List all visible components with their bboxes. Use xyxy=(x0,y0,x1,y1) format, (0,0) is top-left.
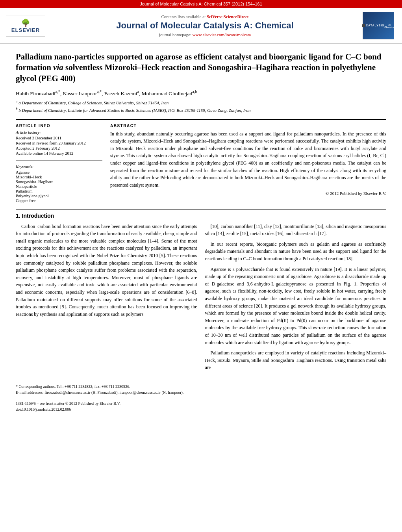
body-two-col: Carbon–carbon bond formation reactions h… xyxy=(16,223,386,374)
abstract-header: ABSTRACT xyxy=(110,124,386,128)
footnote-emails: E-mail addresses: firouzabadi@chem.susc.… xyxy=(16,389,386,395)
intro-left-col: Carbon–carbon bond formation reactions h… xyxy=(16,223,197,374)
intro-right-para-2: In our recent reports, bioorganic polyme… xyxy=(205,241,387,263)
header-center: Contents lists available at SciVerse Sci… xyxy=(49,14,361,37)
footnote-area: * Corresponding authors. Tel.: +98 711 2… xyxy=(16,381,386,412)
article-title: Palladium nano-particles supported on ag… xyxy=(16,52,386,84)
article-info-box: ARTICLE INFO Article history: Received 3… xyxy=(16,124,102,161)
abstract-text: In this study, abundant naturally occurr… xyxy=(110,130,386,189)
intro-right-para-4: Palladium nanoparticles are employed in … xyxy=(205,349,387,371)
received-text: Received 3 December 2011 xyxy=(16,136,102,140)
keyword-3: Sonogashira–Hagihara xyxy=(16,180,102,184)
keywords-label: Keywords: xyxy=(16,165,102,169)
abstract-copyright: © 2012 Published by Elsevier B.V. xyxy=(110,191,386,196)
introduction-section: 1. Introduction Carbon–carbon bond forma… xyxy=(16,209,386,374)
intro-right-para-3: Agarose is a polysaccharide that is foun… xyxy=(205,266,387,347)
catalysis-logo: ⬛CATALYSIS A: Chemical xyxy=(363,12,394,39)
title-text-after-via: solventless Mizoroki–Heck reaction and S… xyxy=(16,63,376,83)
affiliation-a: a a Department of Chemistry, College of … xyxy=(16,99,386,106)
article-info-abstract-cols: ARTICLE INFO Article history: Received 3… xyxy=(16,119,386,203)
email-label: E-mail addresses: xyxy=(16,390,44,395)
affiliations: a a Department of Chemistry, College of … xyxy=(16,99,386,113)
elsevier-logo-area: 🌳 ELSEVIER xyxy=(6,15,49,37)
intro-para-1: Carbon–carbon bond formation reactions h… xyxy=(16,223,197,318)
catalysis-sub: A: Chemical xyxy=(384,24,395,28)
affiliation-b: b b Department of Chemistry, Institute f… xyxy=(16,106,386,113)
intro-number: 1. xyxy=(16,213,20,219)
footnote-star: * Corresponding authors. Tel.: +98 711 2… xyxy=(16,384,386,389)
author2-sup: a,* xyxy=(97,89,102,94)
authors-line: Habib Firouzabadia,*, Nasser Iranpoora,*… xyxy=(16,89,386,97)
accepted-text: Accepted 2 February 2012 xyxy=(16,146,102,150)
intro-right-col: [10], carbon nanofiber [11], clay [12], … xyxy=(205,223,387,374)
article-history-label: Article history: xyxy=(16,130,102,135)
elsevier-tree-icon: 🌳 xyxy=(21,19,30,27)
intro-right-para-1: [10], carbon nanofiber [11], clay [12], … xyxy=(205,223,387,237)
journal-homepage: journal homepage: www.elsevier.com/locat… xyxy=(49,32,361,37)
elsevier-logo: 🌳 ELSEVIER xyxy=(6,15,45,37)
keyword-6: Polyethylene glycol xyxy=(16,194,102,198)
intro-title: Introduction xyxy=(22,213,54,219)
doi-line: doi:10.1016/j.molcata.2012.02.006 xyxy=(16,406,386,412)
main-content: Palladium nano-particles supported on ag… xyxy=(0,44,402,420)
author1-sup: a,* xyxy=(56,89,60,94)
author4-sup: a,b xyxy=(192,89,197,94)
keyword-2: Mizoroki–Heck xyxy=(16,175,102,179)
contents-available-text: Contents lists available at xyxy=(161,14,206,19)
homepage-label: journal homepage: xyxy=(159,32,191,37)
journal-title: Journal of Molecular Catalysis A: Chemic… xyxy=(49,20,361,31)
footnote-divider xyxy=(16,398,386,398)
top-citation-bar: Journal of Molecular Catalysis A: Chemic… xyxy=(0,0,402,8)
author2: Nasser Iranpoor xyxy=(63,90,97,96)
citation-text: Journal of Molecular Catalysis A: Chemic… xyxy=(140,2,262,6)
article-info-header: ARTICLE INFO xyxy=(16,124,102,128)
keyword-5: Palladium xyxy=(16,189,102,193)
revised-text: Received in revised form 29 January 2012 xyxy=(16,141,102,145)
author1: Habib Firouzabadi xyxy=(16,90,56,96)
header: 🌳 ELSEVIER Contents lists available at S… xyxy=(0,8,402,44)
online-text: Available online 14 February 2012 xyxy=(16,151,102,156)
affiliation-a-text: a Department of Chemistry, College of Sc… xyxy=(19,100,169,105)
author3: Faezeh Kazemi xyxy=(104,90,137,96)
issn-line: 1381-1169/$ – see front matter © 2012 Pu… xyxy=(16,400,386,406)
keyword-1: Agarose xyxy=(16,170,102,174)
email-addresses: firouzabadi@chem.susc.ac.ir (H. Firouzab… xyxy=(44,390,183,395)
author4: Mohammad Gholinejad xyxy=(142,90,193,96)
keyword-7: Copper-free xyxy=(16,198,102,203)
abstract-col: ABSTRACT In this study, abundant natural… xyxy=(110,124,386,203)
introduction-title: 1. Introduction xyxy=(16,213,386,219)
homepage-url: www.elsevier.com/locate/molcata xyxy=(193,32,251,37)
catalysis-label: ⬛CATALYSIS xyxy=(362,24,384,27)
keywords-section: Keywords: Agarose Mizoroki–Heck Sonogash… xyxy=(16,165,102,203)
article-info-col: ARTICLE INFO Article history: Received 3… xyxy=(16,124,102,203)
catalysis-logo-area: ⬛CATALYSIS A: Chemical xyxy=(361,12,396,39)
elsevier-wordmark: ELSEVIER xyxy=(11,27,40,33)
abstract-section: ABSTRACT In this study, abundant natural… xyxy=(110,124,386,196)
affiliation-b-text: b Department of Chemistry, Institute for… xyxy=(19,108,250,112)
keyword-4: Nanoparticle xyxy=(16,184,102,189)
sciverse-link: Contents lists available at SciVerse Sci… xyxy=(49,14,361,19)
sciverse-text: SciVerse ScienceDirect xyxy=(207,14,249,19)
title-via: via xyxy=(53,63,63,72)
